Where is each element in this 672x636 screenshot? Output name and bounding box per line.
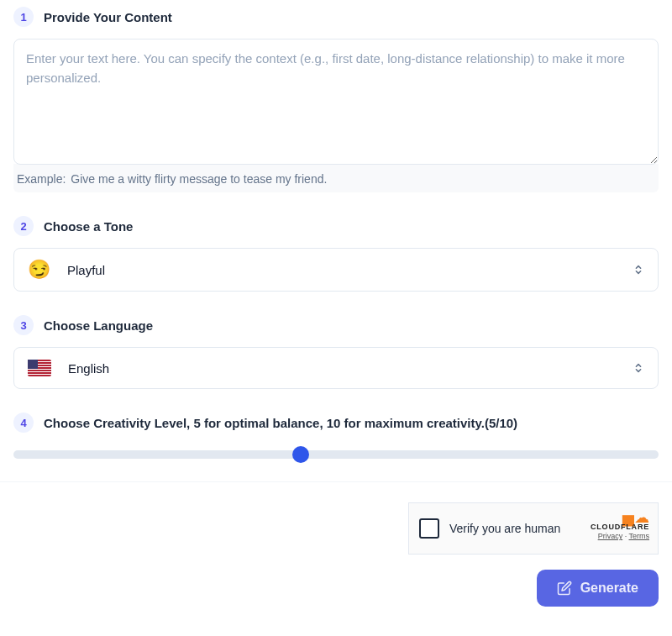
language-selected-label: English <box>68 361 109 376</box>
captcha-privacy-link[interactable]: Privacy <box>598 532 623 540</box>
captcha-label: Verify you are human <box>449 522 560 535</box>
step-header: 2 Choose a Tone <box>13 216 659 236</box>
captcha-checkbox[interactable] <box>419 518 439 539</box>
captcha-brand-name: CLOUDFLARE <box>591 523 649 531</box>
step-header: 1 Provide Your Content <box>13 7 659 27</box>
example-text: Give me a witty flirty message to tease … <box>71 172 327 186</box>
step-number-badge: 3 <box>13 315 34 335</box>
content-textarea[interactable] <box>13 39 659 165</box>
generate-button-label: Generate <box>580 581 638 596</box>
example-hint: Example: Give me a witty flirty message … <box>13 164 659 192</box>
step-choose-language: 3 Choose Language English <box>13 315 659 389</box>
generate-button[interactable]: Generate <box>537 570 659 607</box>
step-title: Provide Your Content <box>44 10 172 24</box>
tone-selected-label: Playful <box>67 263 105 277</box>
example-label: Example: <box>17 172 66 186</box>
step-provide-content: 1 Provide Your Content Example: Give me … <box>13 7 659 192</box>
chevron-up-down-icon <box>633 362 644 374</box>
step-title: Choose a Tone <box>44 219 133 234</box>
step-number-badge: 4 <box>13 413 34 433</box>
step-creativity-level: 4 Choose Creativity Level, 5 for optimal… <box>13 413 659 468</box>
step-header: 4 Choose Creativity Level, 5 for optimal… <box>13 413 659 433</box>
creativity-slider[interactable] <box>13 450 659 459</box>
us-flag-icon <box>28 360 51 376</box>
language-select[interactable]: English <box>13 347 659 389</box>
step-choose-tone: 2 Choose a Tone 😏 Playful <box>13 216 659 292</box>
creativity-slider-wrap <box>13 444 659 468</box>
cloudflare-captcha: Verify you are human ▅☁ CLOUDFLARE Priva… <box>408 502 659 555</box>
section-divider <box>0 481 672 482</box>
edit-icon <box>557 581 572 596</box>
chevron-up-down-icon <box>633 264 644 276</box>
step-title: Choose Language <box>44 318 153 333</box>
captcha-row: Verify you are human ▅☁ CLOUDFLARE Priva… <box>0 502 672 555</box>
captcha-links: Privacy · Terms <box>591 533 649 540</box>
smirk-emoji-icon: 😏 <box>28 260 50 279</box>
tone-select[interactable]: 😏 Playful <box>13 248 659 292</box>
step-title: Choose Creativity Level, 5 for optimal b… <box>44 416 517 430</box>
captcha-terms-link[interactable]: Terms <box>629 532 650 540</box>
step-header: 3 Choose Language <box>13 315 659 335</box>
action-row: Generate <box>0 570 672 615</box>
step-number-badge: 2 <box>13 216 34 236</box>
step-number-badge: 1 <box>13 7 34 27</box>
captcha-brand: ▅☁ CLOUDFLARE Privacy · Terms <box>591 510 649 540</box>
